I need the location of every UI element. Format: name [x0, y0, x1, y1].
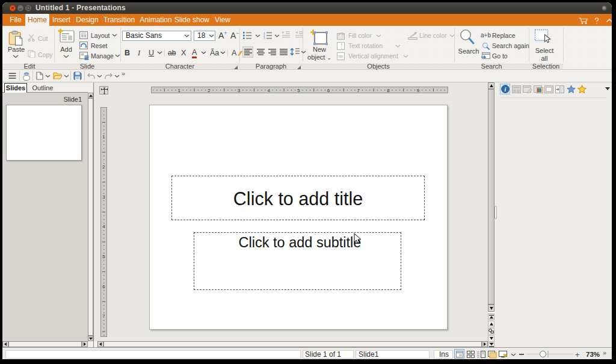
svg-text:7: 7	[102, 313, 105, 319]
svg-text:i: i	[505, 86, 507, 93]
svg-text:1: 1	[177, 88, 180, 93]
svg-text:4: 4	[102, 224, 105, 229]
svg-text:2: 2	[208, 88, 211, 93]
svg-text:5: 5	[102, 254, 105, 259]
svg-text:9: 9	[417, 88, 420, 93]
svg-text:3: 3	[102, 194, 105, 200]
svg-text:5: 5	[297, 88, 300, 93]
svg-text:6: 6	[102, 284, 105, 289]
svg-text:2: 2	[102, 164, 105, 170]
svg-text:1: 1	[102, 134, 105, 140]
svg-text:6: 6	[327, 88, 330, 93]
svg-text:3: 3	[238, 88, 241, 93]
svg-text:7: 7	[357, 88, 360, 93]
svg-text:8: 8	[387, 88, 390, 93]
svg-text:3: 3	[263, 37, 265, 39]
svg-text:4: 4	[267, 88, 270, 93]
